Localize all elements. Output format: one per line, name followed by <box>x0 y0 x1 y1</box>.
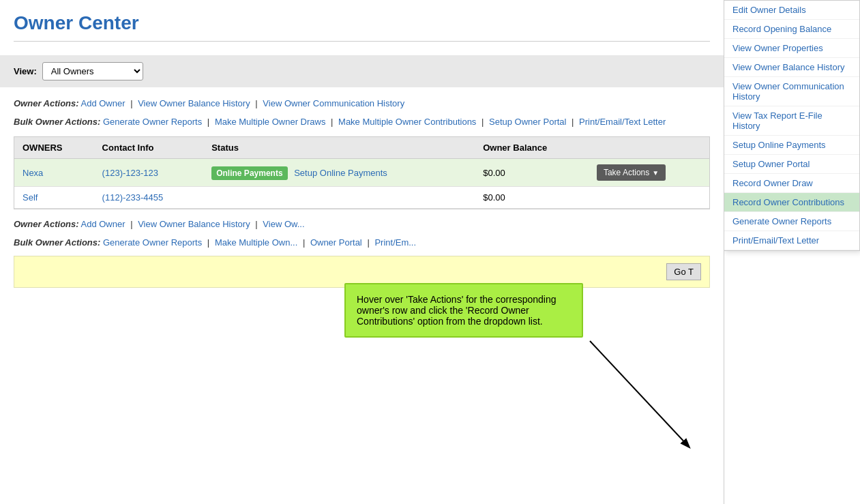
generate-owner-reports-link[interactable]: Generate Owner Reports <box>103 117 202 127</box>
owner-name-cell: Nexa <box>14 159 94 187</box>
dropdown-item-record-owner-contributions[interactable]: Record Owner Contributions <box>724 193 859 212</box>
balance-cell: $0.00 <box>475 159 589 187</box>
add-owner-link-2[interactable]: Add Owner <box>81 219 125 229</box>
status-cell <box>203 187 475 209</box>
make-multiple-draws-link[interactable]: Make Multiple Owner Draws <box>215 117 326 127</box>
view-select[interactable]: All Owners Active Owners Inactive Owners <box>42 62 143 80</box>
dropdown-item-record-opening-balance[interactable]: Record Opening Balance <box>724 20 859 39</box>
actions-cell: Take Actions ▼ <box>589 159 709 187</box>
dropdown-item-view-owner-balance-history[interactable]: View Owner Balance History <box>724 58 859 77</box>
balance-cell: $0.00 <box>475 187 589 209</box>
dropdown-menu: Edit Owner Details Record Opening Balanc… <box>724 0 860 251</box>
owner-name-link[interactable]: Nexa <box>23 168 43 178</box>
view-label: View: <box>14 66 37 76</box>
status-cell: Online Payments Setup Online Payments <box>203 159 475 187</box>
owners-table: OWNERS Contact Info Status Owner Balance… <box>14 137 709 209</box>
view-communication-history-link[interactable]: View Owner Communication History <box>263 98 404 108</box>
callout-arrow <box>583 334 706 457</box>
dropdown-item-setup-owner-portal[interactable]: Setup Owner Portal <box>724 155 859 174</box>
header-divider <box>14 41 710 42</box>
dropdown-item-record-owner-draw[interactable]: Record Owner Draw <box>724 174 859 193</box>
contact-cell: (123)-123-123 <box>94 159 204 187</box>
col-header-contact: Contact Info <box>94 137 204 159</box>
owner-actions-label-2: Owner Actions: <box>14 219 79 229</box>
print-email-text-link[interactable]: Print/Email/Text Letter <box>579 117 666 127</box>
view-bar: View: All Owners Active Owners Inactive … <box>0 55 724 87</box>
make-multiple-link-2[interactable]: Make Multiple Own... <box>215 237 297 248</box>
right-sidebar: OWNER P Setup 50 Complete paid auto as l… <box>724 0 860 504</box>
view-balance-history-link[interactable]: View Owner Balance History <box>138 98 250 108</box>
view-balance-history-link-2[interactable]: View Owner Balance History <box>138 219 250 229</box>
dropdown-item-generate-owner-reports[interactable]: Generate Owner Reports <box>724 212 859 231</box>
view-communication-history-link-2[interactable]: View Ow... <box>263 219 304 229</box>
owner-portal-link-2[interactable]: Owner Portal <box>310 237 362 248</box>
dropdown-item-print-email-text-letter[interactable]: Print/Email/Text Letter <box>724 231 859 250</box>
owner-name-link[interactable]: Self <box>23 192 38 203</box>
col-header-status: Status <box>203 137 475 159</box>
callout-box: Hover over 'Take Actions' for the corres… <box>344 283 583 338</box>
print-em-link-2[interactable]: Print/Em... <box>374 237 416 248</box>
callout-text: Hover over 'Take Actions' for the corres… <box>357 294 557 327</box>
contact-phone-link[interactable]: (112)-233-4455 <box>102 192 164 203</box>
online-payments-badge: Online Payments <box>211 166 287 180</box>
generate-reports-link-2[interactable]: Generate Owner Reports <box>103 237 202 248</box>
take-actions-button[interactable]: Take Actions ▼ <box>597 164 666 181</box>
col-header-actions <box>589 137 709 159</box>
owner-actions-row-2: Owner Actions: Add Owner | View Owner Ba… <box>0 215 724 233</box>
table-header-row: OWNERS Contact Info Status Owner Balance <box>14 137 709 159</box>
page-title: Owner Center <box>14 12 710 34</box>
owners-table-wrapper: OWNERS Contact Info Status Owner Balance… <box>14 136 710 209</box>
add-owner-link[interactable]: Add Owner <box>81 98 125 108</box>
bulk-owner-actions-label: Bulk Owner Actions: <box>14 117 100 127</box>
setup-online-payments-link[interactable]: Setup Online Payments <box>294 168 387 178</box>
dropdown-item-edit-owner-details[interactable]: Edit Owner Details <box>724 1 859 20</box>
page-header: Owner Center <box>0 0 724 48</box>
dropdown-item-view-owner-properties[interactable]: View Owner Properties <box>724 39 859 58</box>
col-header-owners: OWNERS <box>14 137 94 159</box>
dropdown-item-setup-online-payments[interactable]: Setup Online Payments <box>724 136 859 155</box>
contact-cell: (112)-233-4455 <box>94 187 204 209</box>
main-content: Owner Center View: All Owners Active Own… <box>0 0 724 504</box>
owner-name-cell: Self <box>14 187 94 209</box>
bulk-owner-actions-label-2: Bulk Owner Actions: <box>14 237 100 248</box>
setup-owner-portal-link[interactable]: Setup Owner Portal <box>489 117 566 127</box>
actions-cell-empty <box>589 187 709 209</box>
take-actions-label: Take Actions <box>604 168 649 177</box>
owner-actions-row: Owner Actions: Add Owner | View Owner Ba… <box>0 94 724 113</box>
owner-actions-label: Owner Actions: <box>14 98 79 108</box>
dropdown-item-view-owner-communication-history[interactable]: View Owner Communication History <box>724 77 859 106</box>
svg-line-0 <box>590 341 689 447</box>
go-to-button[interactable]: Go T <box>666 263 701 280</box>
dropdown-item-view-tax-report[interactable]: View Tax Report E-File History <box>724 106 859 136</box>
table-row: Nexa (123)-123-123 Online Payments Setup… <box>14 159 709 187</box>
dropdown-arrow-icon: ▼ <box>652 169 659 177</box>
bulk-owner-actions-row: Bulk Owner Actions: Generate Owner Repor… <box>0 113 724 131</box>
contact-phone-link[interactable]: (123)-123-123 <box>102 168 158 178</box>
make-multiple-contributions-link[interactable]: Make Multiple Owner Contributions <box>338 117 476 127</box>
table-row: Self (112)-233-4455 $0.00 <box>14 187 709 209</box>
col-header-balance: Owner Balance <box>475 137 589 159</box>
bulk-owner-actions-row-2: Bulk Owner Actions: Generate Owner Repor… <box>0 233 724 252</box>
